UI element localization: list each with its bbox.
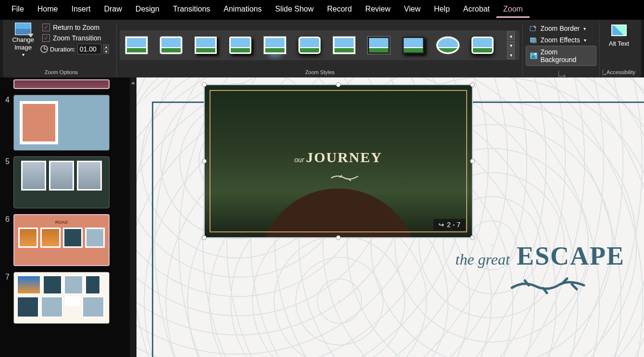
menu-view[interactable]: View (397, 2, 427, 18)
journey-text: JOURNEY (306, 149, 382, 165)
pane-splitter[interactable] (130, 77, 136, 357)
resize-handle-w[interactable] (202, 159, 207, 164)
menu-file[interactable]: File (5, 2, 31, 18)
chevron-down-icon: ▾ (22, 52, 25, 57)
change-image-label: Change Image (9, 36, 37, 51)
zoom-border-button[interactable]: Zoom Border ▾ (526, 23, 596, 34)
accessibility-group-label: Accessibility (607, 69, 635, 75)
menu-draw[interactable]: Draw (97, 2, 128, 18)
slide-canvas: our JOURNEY ↩ 2 - 7 (136, 77, 644, 357)
checkbox-icon (42, 24, 50, 31)
resize-handle-n[interactable] (336, 82, 341, 87)
duration-down-button[interactable]: ▾ (103, 49, 109, 54)
zoom-background-button[interactable]: Zoom Background (526, 46, 596, 66)
slide-thumbnail-7[interactable] (13, 272, 110, 324)
zoom-styles-group-label: Zoom Styles (120, 68, 520, 76)
zoom-transition-checkbox[interactable]: Zoom Transition (40, 33, 113, 43)
twig-icon (330, 173, 359, 182)
section-zoom-object[interactable]: our JOURNEY ↩ 2 - 7 (204, 84, 473, 238)
zoom-range-text: 2 - 7 (447, 221, 460, 229)
slide-thumbnail-5[interactable] (13, 156, 110, 208)
duration-input[interactable] (77, 44, 101, 54)
zoom-style-8[interactable] (367, 36, 391, 55)
dialog-launcher-icon[interactable] (558, 71, 564, 76)
slide-thumbnails-pane[interactable]: 4 5 6 ROAD 7 (0, 77, 130, 357)
zoom-style-6[interactable] (297, 36, 322, 55)
clock-icon (40, 45, 48, 53)
resize-handle-se[interactable] (470, 235, 475, 240)
zoom-style-5[interactable] (263, 36, 287, 55)
slide-number: 4 (1, 95, 10, 104)
gallery-up-button[interactable]: ▴ (507, 31, 515, 40)
branch-icon (509, 276, 586, 295)
menu-record[interactable]: Record (321, 2, 359, 18)
duration-label: Duration: (50, 46, 75, 53)
menu-zoom[interactable]: Zoom (496, 2, 530, 18)
zoom-background-label: Zoom Background (540, 48, 592, 64)
svg-point-5 (535, 53, 537, 55)
resize-handle-sw[interactable] (202, 235, 207, 240)
return-to-zoom-label: Return to Zoom (53, 24, 99, 31)
background-icon (530, 52, 537, 59)
zoom-effects-label: Zoom Effects (540, 36, 580, 44)
menu-help[interactable]: Help (427, 2, 457, 18)
menu-transitions[interactable]: Transitions (166, 2, 217, 18)
effects-icon (530, 37, 537, 43)
slide-number: 5 (1, 156, 10, 166)
escape-text: ESCAPE (517, 241, 625, 271)
alt-text-label: Alt Text (609, 40, 629, 48)
zoom-style-10[interactable] (436, 36, 460, 55)
menu-animations[interactable]: Animations (217, 2, 268, 18)
zoom-options-group-label: Zoom Options (9, 68, 113, 76)
slide-number: 6 (1, 214, 10, 224)
resize-handle-s[interactable] (336, 235, 341, 240)
menubar: File Home Insert Draw Design Transitions… (0, 0, 644, 20)
menu-design[interactable]: Design (129, 2, 166, 18)
menu-insert[interactable]: Insert (64, 2, 97, 18)
gallery-more-button[interactable]: ▾ (507, 51, 515, 59)
chevron-down-icon: ▾ (584, 38, 586, 43)
slide-number (1, 79, 10, 80)
the-great-text: the great (456, 251, 510, 268)
slide-editor[interactable]: our JOURNEY ↩ 2 - 7 (136, 77, 644, 357)
zoom-border-label: Zoom Border (540, 25, 580, 32)
dialog-launcher-icon[interactable] (603, 69, 605, 75)
alt-text-icon (611, 25, 627, 36)
zoom-slide-range-badge: ↩ 2 - 7 (433, 219, 465, 230)
decorative-line-vertical (152, 102, 153, 357)
slide-thumbnail-3[interactable] (13, 79, 110, 89)
our-text: our (295, 156, 304, 164)
gallery-down-button[interactable]: ▾ (507, 41, 515, 50)
zoom-style-7[interactable] (332, 36, 356, 55)
menu-review[interactable]: Review (359, 2, 397, 18)
checkbox-icon (42, 34, 50, 42)
return-to-zoom-checkbox[interactable]: Return to Zoom (40, 23, 113, 32)
workspace: 4 5 6 ROAD 7 (0, 77, 644, 357)
ribbon: Change Image ▾ Return to Zoom Zoom Trans… (3, 20, 641, 77)
menu-slideshow[interactable]: Slide Show (268, 2, 320, 18)
zoom-style-1[interactable] (124, 36, 149, 55)
resize-handle-nw[interactable] (202, 82, 207, 87)
menu-home[interactable]: Home (31, 2, 65, 18)
slide-number: 7 (1, 272, 10, 281)
zoom-styles-gallery: ▴ ▾ ▾ (120, 30, 520, 60)
chevron-down-icon: ▾ (583, 26, 586, 31)
zoom-effects-button[interactable]: Zoom Effects ▾ (526, 34, 596, 46)
slide-thumbnail-4[interactable] (13, 95, 110, 151)
svg-rect-2 (531, 38, 537, 43)
menu-acrobat[interactable]: Acrobat (457, 2, 496, 18)
resize-handle-ne[interactable] (470, 82, 475, 87)
duration-up-button[interactable]: ▴ (103, 44, 109, 49)
zoom-style-9[interactable] (401, 36, 425, 55)
return-arrow-icon: ↩ (438, 221, 444, 229)
zoom-preview-title: our JOURNEY (205, 149, 472, 166)
zoom-style-2[interactable] (159, 36, 183, 55)
zoom-style-11[interactable] (471, 36, 495, 55)
change-image-button[interactable]: Change Image ▾ (9, 23, 37, 57)
slide-title: the great ESCAPE (456, 241, 625, 271)
slide-thumbnail-6[interactable]: ROAD (13, 214, 110, 266)
zoom-style-4[interactable] (228, 36, 252, 55)
resize-handle-e[interactable] (470, 159, 475, 164)
zoom-style-3[interactable] (194, 36, 218, 55)
alt-text-button[interactable]: Alt Text (606, 23, 632, 50)
